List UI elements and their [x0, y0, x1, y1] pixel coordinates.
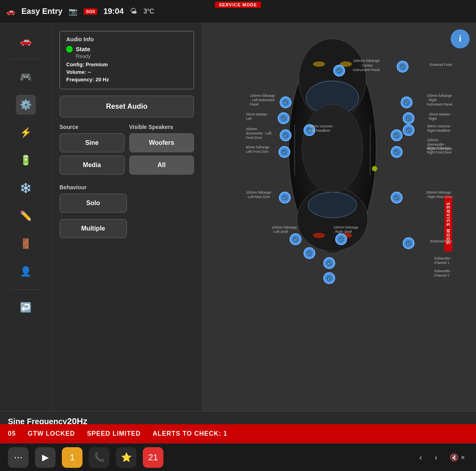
bottom-status-bar: 05 GTW LOCKED SPEED LIMITED ALERTS TO CH…	[0, 424, 476, 443]
label-right-rear-door: 100mm fullrange- Right Rear Door	[426, 190, 452, 199]
svg-point-8	[313, 233, 325, 238]
speaker-external-rear[interactable]: 🔊	[403, 237, 415, 249]
behaviour-btn-group: Solo Multiple	[60, 194, 127, 241]
source-section: Source Sine Media	[60, 124, 125, 178]
source-media-button[interactable]: Media	[60, 156, 125, 175]
speaker-right-shelf[interactable]: 🔊	[335, 233, 347, 245]
sidebar-icon-door[interactable]: 🚪	[16, 234, 36, 254]
label-fullrange-left-front: 80mm fullrange -Left Front Door	[246, 145, 271, 154]
state-label: State	[76, 46, 90, 52]
speaker-left-shelf[interactable]: 🔊	[290, 233, 301, 245]
source-label: Source	[60, 124, 125, 130]
label-external-rear: External Rear	[430, 239, 452, 244]
dock-play-button[interactable]: ▶	[35, 447, 56, 468]
time-display: 19:04	[104, 7, 124, 16]
source-speakers-row: Source Sine Media Visible Speakers Woofe…	[60, 124, 194, 178]
dock-phone-button[interactable]: 📞	[89, 447, 109, 468]
speaker-left-instrument[interactable]: 🔊	[280, 96, 292, 108]
behaviour-section: Behaviour Solo Multiple	[60, 184, 194, 241]
dock-star-button[interactable]: ⭐	[116, 447, 136, 468]
easy-entry-label: Easy Entry	[21, 7, 62, 16]
svg-point-5	[302, 105, 363, 192]
label-left-instrument: 100mm fullrange- Left InstrumentPanel	[250, 94, 275, 107]
status-bar: SERVICE MODE 🚗 Easy Entry 📷 SOS 19:04 🌤 …	[0, 0, 476, 23]
behaviour-solo-button[interactable]: Solo	[60, 194, 127, 213]
speaker-rear-left[interactable]: 🔊	[303, 247, 315, 259]
left-panel: Audio Info State Ready Config: Premium V…	[52, 23, 202, 424]
speaker-fullrange-right-front[interactable]: 🔊	[391, 146, 403, 158]
speaker-left-rear-door[interactable]: 🔊	[279, 192, 291, 204]
reset-audio-button[interactable]: Reset Audio	[60, 96, 194, 117]
sidebar-icon-snowflake[interactable]: ❄️	[16, 178, 36, 198]
frequency-row: Frequency: 20 Hz	[66, 77, 187, 83]
camera-icon: 📷	[69, 7, 77, 16]
label-subwoofer-2: Subwoofer -Channel 2	[434, 269, 452, 278]
info-button[interactable]: i	[451, 29, 470, 48]
label-fullrange-right-front: 80mm fullrange -Right Front Door	[427, 146, 452, 155]
dock-right: ‹ › 🔇 ×	[416, 450, 468, 465]
sidebar-icon-car[interactable]: 🚗	[16, 31, 36, 51]
sidebar-icon-battery[interactable]: 🔋	[16, 150, 36, 170]
sidebar-icon-logout[interactable]: ↩️	[16, 298, 36, 317]
label-external-front: External Front	[430, 63, 452, 67]
dock-news-button[interactable]: 1	[62, 447, 83, 468]
dock-volume-mute[interactable]: 🔇 ×	[447, 450, 468, 465]
svg-point-12	[372, 166, 377, 171]
speaker-center-panel[interactable]: 🔊	[333, 65, 345, 77]
speaker-tweeter-right[interactable]: 🔊	[403, 112, 415, 124]
visible-speakers-label: Visible Speakers	[129, 124, 194, 130]
speakers-all-button[interactable]: All	[129, 156, 194, 175]
speakers-woofers-button[interactable]: Woofers	[129, 133, 194, 152]
main-container: 🚗 🎮 ⚙️ ⚡ 🔋 ❄️ ✏️ 🚪 👤 ↩️ Audio Info State…	[0, 23, 476, 424]
speaker-rear-right[interactable]: 🔊	[323, 272, 335, 284]
sidebar-icon-lightning[interactable]: ⚡	[16, 123, 36, 142]
temperature-display: 3°C	[144, 8, 154, 15]
speaker-tweeter-left[interactable]: 🔊	[278, 112, 290, 124]
speaker-doorwoofer-left[interactable]: 🔊	[280, 129, 292, 141]
audio-info-title: Audio Info	[66, 36, 187, 42]
status-gtw: 05	[8, 430, 16, 437]
sidebar-divider-2	[10, 289, 41, 290]
speaker-coscone-right[interactable]: 🔊	[403, 124, 415, 136]
service-mode-label: SERVICE MODE	[215, 2, 261, 8]
status-gtw-locked: GTW LOCKED	[28, 430, 75, 437]
source-sine-button[interactable]: Sine	[60, 133, 125, 152]
behaviour-label: Behaviour	[60, 184, 194, 190]
sidebar-icon-steering[interactable]: 🎮	[16, 67, 36, 87]
speaker-rear-center[interactable]: 🔊	[323, 257, 335, 269]
svg-point-6	[313, 62, 325, 67]
state-value: Ready	[76, 53, 187, 59]
speaker-doorwoofer-right[interactable]: 🔊	[391, 129, 403, 141]
sidebar-icon-pen[interactable]: ✏️	[16, 206, 36, 226]
label-center-panel: 100mm fullrange- CenterInstrument Panel	[353, 59, 380, 73]
label-right-instrument: 100mm fullrange- RightInstrument Panel	[427, 94, 452, 107]
speaker-external-front[interactable]: 🔊	[397, 61, 409, 73]
weather-icon: 🌤	[130, 7, 137, 15]
volume-row: Volume: --	[66, 69, 187, 75]
speaker-right-instrument[interactable]: 🔊	[401, 96, 413, 108]
config-row: Config: Premium	[66, 62, 187, 67]
state-indicator	[66, 46, 73, 52]
behaviour-multiple-button[interactable]: Multiple	[60, 219, 127, 238]
sidebar: 🚗 🎮 ⚙️ ⚡ 🔋 ❄️ ✏️ 🚪 👤 ↩️	[0, 23, 52, 424]
label-tweeter-left: 25mm tweeter -Left	[246, 112, 269, 121]
sidebar-divider-1	[10, 59, 41, 59]
dock-nav-right[interactable]: ›	[432, 450, 441, 465]
svg-point-4	[308, 192, 357, 218]
dock-calendar-button[interactable]: 21	[143, 447, 163, 468]
label-right-shelf: 100mm fullrange- Right Shelf	[333, 225, 358, 234]
sidebar-icon-person[interactable]: 👤	[16, 261, 36, 281]
label-left-rear-door: 100mm fullrange- Left Rear Door	[246, 190, 271, 199]
dock-left: ⋯ ▶ 1 📞 ⭐ 21	[8, 447, 163, 468]
config-value: Premium	[86, 62, 108, 67]
sos-badge: SOS	[84, 8, 97, 15]
sidebar-icon-settings[interactable]: ⚙️	[16, 95, 36, 115]
dock-menu-button[interactable]: ⋯	[8, 447, 29, 468]
speaker-fullrange-left-front[interactable]: 🔊	[278, 146, 290, 158]
status-alerts: ALERTS TO CHECK: 1	[153, 430, 227, 437]
label-left-shelf: 100mm fullrange- Left Shelf	[272, 225, 297, 234]
dock: ⋯ ▶ 1 📞 ⭐ 21 ‹ › 🔇 ×	[0, 443, 476, 471]
speaker-right-rear-door[interactable]: 🔊	[391, 192, 403, 204]
label-doorwoofer-left: 200mmdoorwoofer - LeftFront Door	[246, 127, 271, 140]
dock-nav-left[interactable]: ‹	[416, 450, 425, 465]
